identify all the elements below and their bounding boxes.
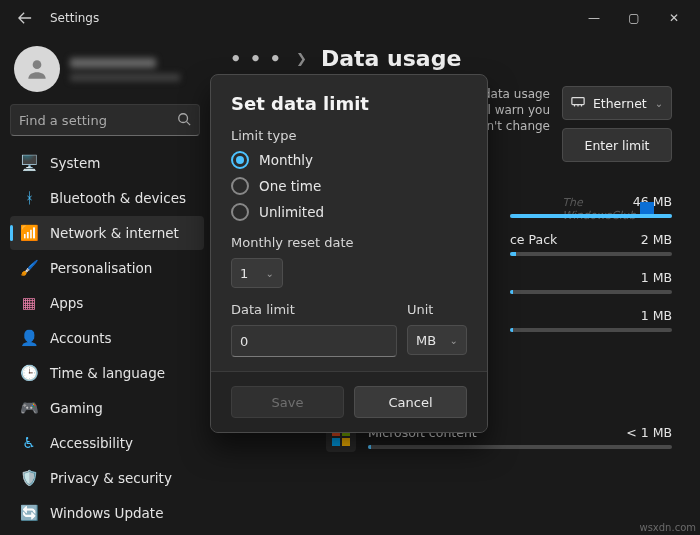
user-profile[interactable] bbox=[10, 42, 204, 102]
unit-label: Unit bbox=[407, 302, 467, 317]
data-limit-input[interactable]: 0 bbox=[231, 325, 397, 357]
nav-item-accounts[interactable]: 👤Accounts bbox=[10, 321, 204, 355]
save-button: Save bbox=[231, 386, 344, 418]
search-input[interactable]: Find a setting bbox=[10, 104, 200, 136]
usage-value: 1 MB bbox=[641, 270, 672, 285]
apps-icon: ▦ bbox=[20, 294, 38, 312]
gaming-icon: 🎮 bbox=[20, 399, 38, 417]
close-icon[interactable]: ✕ bbox=[654, 3, 694, 33]
nav-item-privacy[interactable]: 🛡️Privacy & security bbox=[10, 461, 204, 495]
system-icon: 🖥️ bbox=[20, 154, 38, 172]
nav-item-time[interactable]: 🕒Time & language bbox=[10, 356, 204, 390]
nav-item-personalisation[interactable]: 🖌️Personalisation bbox=[10, 251, 204, 285]
nav-item-network[interactable]: 📶Network & internet bbox=[10, 216, 204, 250]
brush-icon: 🖌️ bbox=[20, 259, 38, 277]
cancel-button[interactable]: Cancel bbox=[354, 386, 467, 418]
accounts-icon: 👤 bbox=[20, 329, 38, 347]
adapter-dropdown[interactable]: Ethernet ⌄ bbox=[562, 86, 672, 120]
nav-item-update[interactable]: 🔄Windows Update bbox=[10, 496, 204, 530]
maximize-icon[interactable]: ▢ bbox=[614, 3, 654, 33]
radio-unlimited[interactable]: Unlimited bbox=[231, 203, 467, 221]
set-data-limit-dialog: Set data limit Limit type Monthly One ti… bbox=[210, 74, 488, 433]
nav-item-bluetooth[interactable]: ᚼBluetooth & devices bbox=[10, 181, 204, 215]
shield-icon: 🛡️ bbox=[20, 469, 38, 487]
minimize-icon[interactable]: — bbox=[574, 3, 614, 33]
svg-rect-5 bbox=[332, 438, 340, 446]
overflow-icon[interactable]: • • • bbox=[230, 48, 282, 69]
nav-item-apps[interactable]: ▦Apps bbox=[10, 286, 204, 320]
radio-monthly[interactable]: Monthly bbox=[231, 151, 467, 169]
svg-point-0 bbox=[33, 60, 42, 69]
search-placeholder: Find a setting bbox=[19, 113, 107, 128]
unit-select[interactable]: MB ⌄ bbox=[407, 325, 467, 355]
wifi-icon: 📶 bbox=[20, 224, 38, 242]
radio-checked-icon bbox=[231, 151, 249, 169]
user-info-blurred bbox=[70, 58, 180, 81]
update-icon: 🔄 bbox=[20, 504, 38, 522]
window-controls: — ▢ ✕ bbox=[574, 3, 694, 33]
sidebar: Find a setting 🖥️System ᚼBluetooth & dev… bbox=[0, 36, 210, 535]
titlebar: Settings — ▢ ✕ bbox=[0, 0, 700, 36]
avatar bbox=[14, 46, 60, 92]
clock-icon: 🕒 bbox=[20, 364, 38, 382]
watermark: The WindowsClub bbox=[562, 196, 654, 222]
bluetooth-icon: ᚼ bbox=[20, 189, 38, 207]
ethernet-icon bbox=[571, 96, 585, 111]
usage-value: 1 MB bbox=[641, 308, 672, 323]
svg-rect-6 bbox=[342, 438, 350, 446]
svg-rect-2 bbox=[572, 97, 584, 104]
usage-value: 2 MB bbox=[641, 232, 672, 247]
reset-date-label: Monthly reset date bbox=[231, 235, 467, 250]
nav-item-gaming[interactable]: 🎮Gaming bbox=[10, 391, 204, 425]
app-title: Settings bbox=[50, 11, 99, 25]
nav-item-accessibility[interactable]: ♿Accessibility bbox=[10, 426, 204, 460]
svg-point-1 bbox=[179, 113, 188, 122]
limit-type-label: Limit type bbox=[231, 128, 467, 143]
back-icon[interactable] bbox=[14, 7, 36, 29]
enter-limit-button[interactable]: Enter limit bbox=[562, 128, 672, 162]
dialog-title: Set data limit bbox=[231, 93, 467, 114]
accessibility-icon: ♿ bbox=[20, 434, 38, 452]
nav-list: 🖥️System ᚼBluetooth & devices 📶Network &… bbox=[10, 146, 204, 530]
usage-value: < 1 MB bbox=[626, 425, 672, 440]
chevron-down-icon: ⌄ bbox=[655, 98, 663, 109]
page-title: Data usage bbox=[321, 46, 461, 71]
radio-unchecked-icon bbox=[231, 203, 249, 221]
search-icon bbox=[177, 111, 191, 130]
chevron-down-icon: ⌄ bbox=[266, 268, 274, 279]
chevron-down-icon: ⌄ bbox=[450, 335, 458, 346]
data-limit-label: Data limit bbox=[231, 302, 397, 317]
nav-item-system[interactable]: 🖥️System bbox=[10, 146, 204, 180]
radio-unchecked-icon bbox=[231, 177, 249, 195]
reset-date-select[interactable]: 1 ⌄ bbox=[231, 258, 283, 288]
footer-url: wsxdn.com bbox=[639, 522, 696, 533]
radio-one-time[interactable]: One time bbox=[231, 177, 467, 195]
chevron-right-icon: ❯ bbox=[296, 51, 307, 66]
